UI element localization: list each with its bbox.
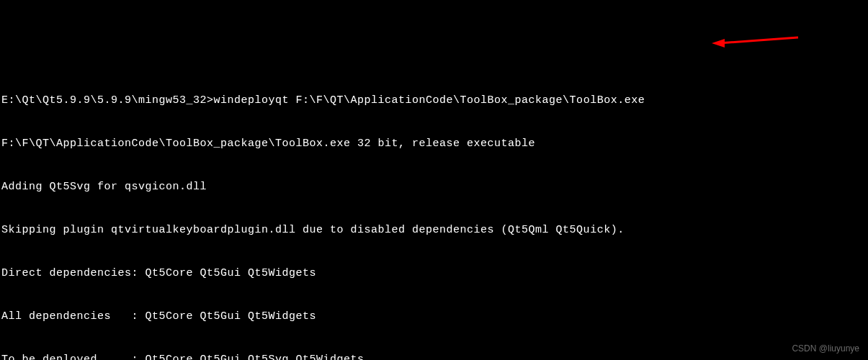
output-line: Skipping plugin qtvirtualkeyboardplugin.…: [1, 223, 867, 238]
terminal-output[interactable]: E:\Qt\Qt5.9.9\5.9.9\mingw53_32>windeploy…: [0, 58, 868, 360]
annotation-arrow: [692, 22, 805, 55]
watermark-text: CSDN @liuyunye: [792, 341, 859, 356]
arrow-icon: [704, 36, 805, 50]
svg-marker-1: [712, 39, 725, 48]
output-line: Adding Qt5Svg for qsvgicon.dll: [1, 180, 867, 194]
prompt: E:\Qt\Qt5.9.9\5.9.9\mingw53_32>: [1, 94, 214, 107]
output-line: Direct dependencies: Qt5Core Qt5Gui Qt5W…: [1, 266, 867, 281]
output-line: F:\F\QT\ApplicationCode\ToolBox_package\…: [1, 137, 867, 151]
output-line: To be deployed : Qt5Core Qt5Gui Qt5Svg Q…: [1, 353, 867, 360]
command-text: windeployqt F:\F\QT\ApplicationCode\Tool…: [214, 94, 645, 107]
output-line: All dependencies : Qt5Core Qt5Gui Qt5Wid…: [1, 310, 867, 324]
svg-line-0: [719, 37, 798, 43]
command-line: E:\Qt\Qt5.9.9\5.9.9\mingw53_32>windeploy…: [1, 94, 867, 108]
